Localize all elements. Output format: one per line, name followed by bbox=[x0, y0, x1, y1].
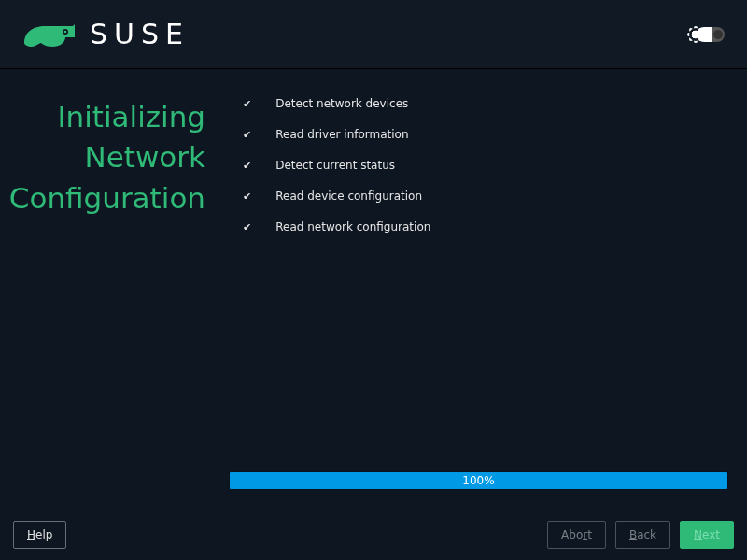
step-label: Read device configuration bbox=[275, 189, 422, 203]
theme-toggle[interactable] bbox=[697, 27, 725, 42]
step-label: Read driver information bbox=[275, 128, 408, 141]
abort-button[interactable]: Abort bbox=[547, 521, 606, 549]
content: ✔ Detect network devices ✔ Read driver i… bbox=[229, 97, 747, 490]
check-icon: ✔ bbox=[243, 221, 251, 233]
sidebar: Initializing Network Configuration bbox=[0, 97, 229, 490]
step-label: Detect current status bbox=[275, 159, 395, 172]
back-button[interactable]: Back bbox=[615, 521, 670, 549]
progress-bar: 100% bbox=[229, 471, 728, 490]
progress-wrap: 100% bbox=[229, 471, 728, 490]
progress-label: 100% bbox=[462, 474, 494, 487]
check-icon: ✔ bbox=[243, 129, 251, 141]
check-icon: ✔ bbox=[243, 190, 251, 203]
page-title: Initializing Network Configuration bbox=[0, 97, 205, 218]
help-button[interactable]: Help bbox=[13, 521, 66, 549]
brand-text: SUSE bbox=[90, 18, 190, 50]
footer: Help Abort Back Next bbox=[0, 509, 747, 560]
step-item: ✔ Detect network devices bbox=[243, 97, 728, 110]
chameleon-icon bbox=[22, 19, 77, 50]
brand-logo: SUSE bbox=[22, 18, 190, 50]
step-label: Detect network devices bbox=[275, 97, 408, 110]
step-item: ✔ Read device configuration bbox=[243, 189, 728, 203]
check-icon: ✔ bbox=[243, 160, 251, 172]
step-item: ✔ Read network configuration bbox=[243, 220, 728, 233]
check-icon: ✔ bbox=[243, 98, 251, 110]
next-button[interactable]: Next bbox=[680, 521, 734, 549]
step-list: ✔ Detect network devices ✔ Read driver i… bbox=[229, 97, 728, 251]
main: Initializing Network Configuration ✔ Det… bbox=[0, 69, 747, 509]
step-item: ✔ Detect current status bbox=[243, 159, 728, 172]
step-item: ✔ Read driver information bbox=[243, 128, 728, 141]
svg-point-1 bbox=[64, 30, 67, 33]
header: SUSE bbox=[0, 0, 747, 69]
step-label: Read network configuration bbox=[275, 220, 430, 233]
